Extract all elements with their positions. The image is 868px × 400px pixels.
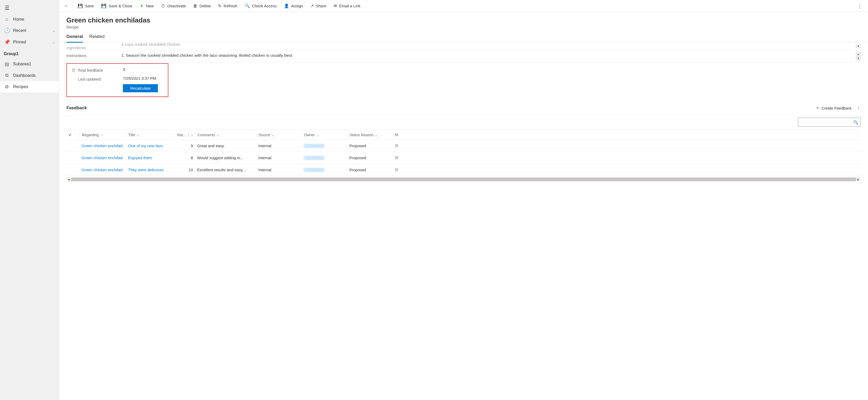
instructions-label: Instructions	[66, 52, 121, 60]
nav-recipes[interactable]: ⚙ Recipes	[0, 81, 59, 93]
assign-icon: 👤	[284, 3, 289, 8]
nav-recent[interactable]: 🕒 Recent ⌵	[0, 25, 59, 36]
new-button[interactable]: ＋ New	[136, 1, 157, 11]
email-link-button[interactable]: ✉ Email a Link	[330, 1, 364, 10]
cell-regarding[interactable]: Green chicken enchilad	[80, 156, 126, 160]
check-access-button[interactable]: 🔍 Check Access	[241, 1, 280, 10]
col-status-reason[interactable]: Status Reason⌵	[347, 132, 393, 138]
cell-title[interactable]: Enjoyed them	[126, 156, 171, 160]
cell-source: Internal	[256, 156, 302, 160]
chevron-down-icon: ⌵	[137, 133, 139, 137]
more-commands-button[interactable]: ⋮	[854, 1, 866, 11]
refresh-icon: ↻	[218, 3, 221, 8]
refresh-button[interactable]: ↻ Refresh	[214, 1, 241, 10]
cell-modified: 7/	[393, 167, 403, 172]
main-area: ← 💾 Save 💾 Save & Close ＋ New 🗋 Deactiva…	[59, 0, 868, 400]
nav-subarea1[interactable]: ▤ Subarea1	[0, 58, 59, 70]
form-content: Ingredients 4 cups cooked shredded chick…	[59, 43, 868, 400]
tab-related[interactable]: Related	[89, 34, 104, 42]
col-comments[interactable]: Comments⌵	[195, 132, 256, 138]
nav-recipes-label: Recipes	[13, 85, 28, 89]
feedback-more-button[interactable]: ⋮	[857, 105, 861, 110]
nav-group-label: Group1	[0, 48, 59, 58]
col-modified[interactable]: M	[393, 132, 403, 138]
sort-asc-icon: ↑	[187, 133, 189, 137]
deactivate-icon: 🗋	[161, 4, 165, 8]
nav-home-label: Home	[13, 17, 24, 22]
ingredients-value[interactable]: 4 cups cooked shredded chicken 2 tbsp ta…	[121, 43, 853, 49]
cell-owner[interactable]	[302, 144, 347, 148]
grid-header-row: ✔ Regarding⌵ Title⌵ Rat...↑⌵ Comments⌵ S…	[66, 130, 861, 140]
table-row[interactable]: Green chicken enchilad Enjoyed them 8 Wo…	[66, 152, 861, 164]
feedback-search-input[interactable]: 🔍	[798, 118, 861, 126]
cell-owner[interactable]	[302, 167, 347, 172]
scroll-down-icon[interactable]: ▼	[856, 44, 861, 48]
command-bar: ← 💾 Save 💾 Save & Close ＋ New 🗋 Deactiva…	[59, 0, 868, 12]
deactivate-button[interactable]: 🗋 Deactivate	[157, 2, 190, 10]
cell-regarding[interactable]: Green chicken enchilad	[80, 167, 126, 172]
hamburger-icon[interactable]: ☰	[0, 2, 59, 13]
share-icon: ↗	[310, 3, 314, 8]
chevron-down-icon: ⌵	[316, 133, 318, 137]
subarea-icon: ▤	[4, 61, 9, 67]
chevron-down-icon: ⌵	[100, 133, 102, 137]
scroll-right-icon[interactable]: ▶	[856, 178, 861, 181]
search-icon: 🔍	[853, 120, 858, 125]
nav-pinned[interactable]: 📌 Pinned ⌵	[0, 36, 59, 48]
ingredients-scroll[interactable]: ▼	[856, 44, 861, 49]
back-button[interactable]: ←	[60, 1, 72, 11]
check-access-label: Check Access	[252, 4, 277, 8]
gear-icon: ⚙	[4, 84, 9, 90]
chevron-down-icon: ⌵	[272, 133, 274, 137]
cell-source: Internal	[256, 167, 302, 172]
deactivate-label: Deactivate	[167, 4, 186, 8]
cell-owner[interactable]	[302, 156, 347, 160]
instructions-scroll[interactable]: ▲ ▼	[856, 52, 861, 60]
save-close-icon: 💾	[101, 3, 106, 8]
tab-general[interactable]: General	[66, 34, 83, 42]
calculator-icon: 🗒	[72, 68, 75, 72]
nav-dashboards[interactable]: ⧉ Dashboards	[0, 70, 59, 81]
chevron-down-icon: ⌵	[375, 133, 377, 137]
select-all-checkbox[interactable]: ✔	[66, 132, 80, 138]
save-close-button[interactable]: 💾 Save & Close	[97, 1, 136, 10]
cell-comments: Would suggest adding m...	[195, 156, 256, 160]
nav-pinned-label: Pinned	[13, 40, 26, 44]
recalculate-button[interactable]: Recalculate	[123, 84, 158, 92]
share-button[interactable]: ↗ Share	[307, 1, 330, 10]
cell-rating: 8	[171, 156, 195, 160]
chevron-down-icon: ⌵	[53, 29, 55, 33]
cell-status: Proposed	[347, 144, 393, 148]
cell-regarding[interactable]: Green chicken enchilad	[80, 144, 126, 148]
col-rating[interactable]: Rat...↑⌵	[171, 132, 195, 138]
create-feedback-button[interactable]: ✧ Create Feedback	[816, 105, 851, 110]
new-label: New	[146, 4, 154, 8]
field-ingredients: Ingredients 4 cups cooked shredded chick…	[66, 43, 861, 51]
field-instructions: Instructions 1. Season the cooked shredd…	[66, 51, 861, 62]
pin-icon: 📌	[4, 39, 9, 45]
save-button[interactable]: 💾 Save	[74, 1, 97, 10]
scroll-up-icon[interactable]: ▲	[856, 52, 861, 56]
instructions-value[interactable]: 1. Season the cooked shredded chicken wi…	[121, 52, 853, 60]
scroll-down-icon[interactable]: ▼	[856, 57, 861, 60]
cell-title[interactable]: One of my new favs	[126, 144, 171, 148]
cell-rating: 9	[171, 144, 195, 148]
feedback-section-header: Feedback ✧ Create Feedback ⋮	[66, 102, 861, 116]
table-row[interactable]: Green chicken enchilad They were delicio…	[66, 164, 861, 176]
grid-horizontal-scrollbar[interactable]: ◀ ▶	[66, 177, 861, 182]
assign-label: Assign	[291, 4, 303, 8]
scroll-left-icon[interactable]: ◀	[66, 178, 71, 181]
nav-home[interactable]: ⌂ Home	[0, 13, 59, 25]
col-regarding[interactable]: Regarding⌵	[80, 132, 126, 138]
col-owner[interactable]: Owner⌵	[302, 132, 347, 138]
assign-button[interactable]: 👤 Assign	[280, 1, 307, 10]
delete-button[interactable]: 🗑 Delete	[190, 2, 214, 10]
ingredients-label: Ingredients	[66, 44, 121, 49]
col-title[interactable]: Title⌵	[126, 132, 171, 138]
cell-comments: Excellent results and easy...	[195, 167, 256, 172]
total-feedback-label: 🗒 Total feedback	[72, 67, 123, 72]
table-row[interactable]: Green chicken enchilad One of my new fav…	[66, 140, 861, 152]
cell-title[interactable]: They were delicious!	[126, 167, 171, 172]
col-source[interactable]: Source⌵	[256, 132, 302, 138]
cell-source: Internal	[256, 144, 302, 148]
